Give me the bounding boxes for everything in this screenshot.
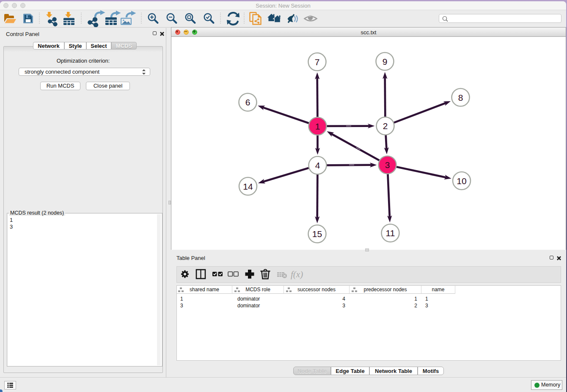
svg-text:8: 8 bbox=[458, 93, 463, 102]
svg-text:1: 1 bbox=[315, 121, 320, 131]
svg-text:3: 3 bbox=[385, 160, 390, 170]
svg-text:15: 15 bbox=[312, 229, 322, 239]
svg-text:f(x): f(x) bbox=[291, 269, 303, 279]
svg-text:14: 14 bbox=[243, 182, 253, 191]
svg-text:6: 6 bbox=[245, 97, 250, 107]
svg-text:9: 9 bbox=[383, 57, 388, 66]
svg-text:10: 10 bbox=[457, 176, 466, 186]
svg-text:4: 4 bbox=[315, 160, 320, 170]
svg-text:2: 2 bbox=[383, 121, 388, 131]
svg-text:7: 7 bbox=[315, 57, 320, 67]
svg-text:11: 11 bbox=[386, 228, 395, 238]
